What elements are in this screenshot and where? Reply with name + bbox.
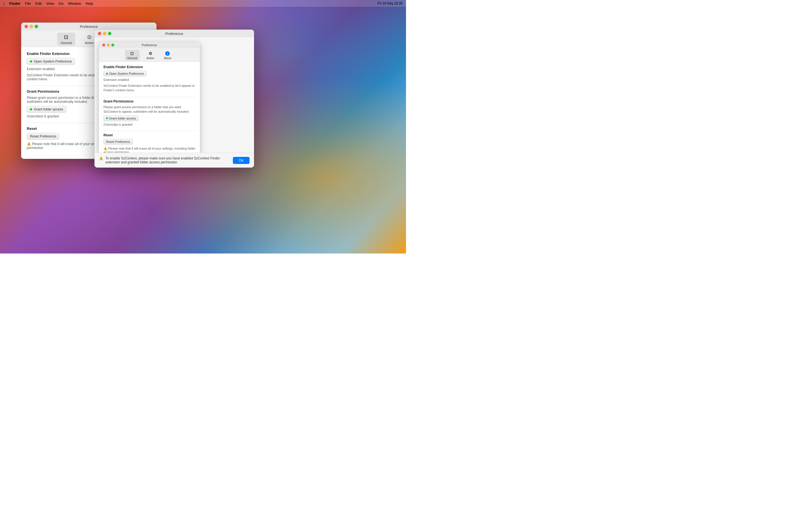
apple-menu[interactable]:  — [3, 1, 5, 6]
small-reset-label: Reset Preference — [106, 140, 130, 144]
small-maximize-button[interactable] — [111, 44, 114, 47]
tab-general-label: General — [61, 41, 71, 45]
menubar-edit[interactable]: Edit — [35, 1, 42, 6]
small-minimize-button[interactable] — [107, 44, 110, 47]
dialog-minimize-button[interactable] — [103, 32, 106, 35]
small-extension-status: Extension enabled — [103, 78, 195, 82]
small-reset-section: Reset Reset Preference ⚠️ Please note th… — [103, 133, 195, 154]
small-granted-path: /Users/djw is granted — [103, 123, 195, 126]
small-traffic-lights — [102, 44, 114, 47]
small-tab-bar: ⊡ General ⚙ Action i About — [99, 48, 200, 62]
small-tab-action[interactable]: ⚙ Action — [144, 50, 157, 61]
small-info-icon: i — [165, 51, 170, 56]
small-grant-folder-button[interactable]: Grant folder access — [103, 115, 139, 121]
small-open-system-label: Open System Preference — [109, 72, 144, 75]
minimize-button[interactable] — [30, 25, 33, 28]
gear-icon: ⚙ — [86, 34, 93, 41]
ok-button[interactable]: OK — [233, 157, 250, 164]
main-window-titlebar: Preference — [21, 22, 156, 31]
menubar-datetime: Fri 19 Dey 22:25 — [377, 1, 403, 5]
small-grant-permissions-title: Grant Permissions — [103, 100, 195, 103]
small-enable-finder-section: Enable Finder Extension Open System Pref… — [103, 65, 195, 93]
small-grant-description: Please grant access permission to a fold… — [103, 105, 195, 114]
dialog-close-button[interactable] — [98, 32, 101, 35]
reset-preference-button[interactable]: Reset Preference — [27, 133, 59, 140]
small-open-system-preference-button[interactable]: Open System Preference — [103, 71, 147, 76]
small-grant-dot — [106, 117, 108, 119]
menubar-view[interactable]: View — [46, 1, 54, 6]
tab-general[interactable]: ⊡ General — [57, 33, 75, 46]
general-icon: ⊡ — [63, 34, 70, 41]
dialog-window-title: Preference — [165, 32, 183, 36]
small-window-title: Preference — [142, 43, 157, 47]
small-tab-general-label: General — [127, 57, 137, 60]
small-extension-description: SzContext Finder Extension needs to be e… — [103, 83, 195, 93]
small-divider-1 — [103, 97, 195, 97]
desktop:  Finder File Edit View Go Window Help F… — [0, 0, 406, 253]
grant-status-dot — [30, 108, 32, 110]
small-tab-action-label: Action — [146, 57, 154, 60]
small-window-content: Enable Finder Extension Open System Pref… — [99, 62, 200, 162]
small-gear-icon: ⚙ — [147, 51, 153, 56]
small-tab-about[interactable]: i About — [161, 50, 174, 61]
small-general-icon: ⊡ — [130, 51, 135, 56]
alert-message: ⚠️ To enable SzContext, please make sure… — [99, 156, 233, 164]
small-grant-permissions-section: Grant Permissions Please grant access pe… — [103, 100, 195, 126]
small-close-button[interactable] — [102, 44, 105, 47]
small-window-titlebar: Preference — [99, 42, 200, 48]
alert-bar: ⚠️ To enable SzContext, please make sure… — [94, 153, 254, 168]
alert-icon: ⚠️ — [99, 156, 103, 160]
menubar-left:  Finder File Edit View Go Window Help — [3, 1, 93, 6]
small-reset-title: Reset — [103, 133, 195, 137]
menubar-right: Fri 19 Dey 22:25 — [377, 1, 403, 5]
small-grant-folder-label: Grant folder access — [109, 117, 136, 120]
dialog-maximize-button[interactable] — [108, 32, 111, 35]
dialog-traffic-lights — [98, 32, 111, 35]
dialog-window: Preference Preference ⊡ General ⚙ — [94, 30, 254, 168]
menubar:  Finder File Edit View Go Window Help F… — [0, 0, 406, 7]
reset-preference-label: Reset Preference — [30, 134, 56, 138]
menubar-go[interactable]: Go — [59, 1, 63, 6]
traffic-lights — [24, 25, 38, 28]
close-button[interactable] — [24, 25, 28, 28]
open-system-preference-button[interactable]: Open System Preference — [27, 58, 75, 65]
menubar-window[interactable]: Window — [68, 1, 81, 6]
open-system-preference-label: Open System Preference — [34, 59, 72, 63]
grant-folder-access-label: Grant folder access — [34, 107, 63, 111]
tab-action-label: Action — [85, 41, 94, 45]
small-preference-window: Preference ⊡ General ⚙ Action i About — [99, 42, 200, 162]
menubar-help[interactable]: Help — [86, 1, 93, 6]
menubar-file[interactable]: File — [25, 1, 31, 6]
small-tab-about-label: About — [164, 57, 171, 60]
grant-folder-access-button[interactable]: Grant folder access — [27, 106, 66, 113]
status-dot-green — [30, 60, 32, 62]
small-divider-2 — [103, 131, 195, 131]
maximize-button[interactable] — [35, 25, 38, 28]
main-window-title: Preference — [80, 24, 98, 29]
small-enable-finder-title: Enable Finder Extension — [103, 65, 195, 69]
small-reset-preference-button[interactable]: Reset Preference — [103, 139, 133, 145]
small-tab-general[interactable]: ⊡ General — [125, 50, 140, 61]
menubar-finder[interactable]: Finder — [9, 1, 20, 6]
dialog-titlebar: Preference — [94, 30, 254, 38]
small-status-dot — [106, 73, 108, 75]
alert-text: To enable SzContext, please make sure yo… — [105, 156, 233, 164]
